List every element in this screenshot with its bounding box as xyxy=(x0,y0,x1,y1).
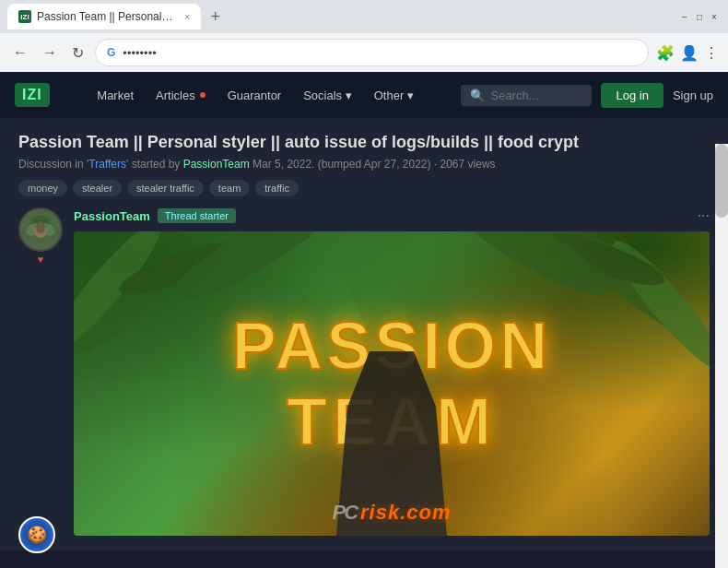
post-header: PassionTeam Thread starter ··· xyxy=(74,207,710,224)
site-wrapper: IZI Market Articles Guarantor Socials ▾ … xyxy=(0,72,728,568)
tag-stealer-traffic[interactable]: stealer traffic xyxy=(127,180,204,196)
extensions-icon[interactable]: 🧩 xyxy=(656,44,675,62)
maximize-button[interactable]: □ xyxy=(693,10,706,23)
avatar-image xyxy=(18,207,63,252)
back-button[interactable]: ← xyxy=(9,42,31,63)
tab-close-button[interactable]: × xyxy=(184,11,190,22)
address-bar[interactable]: G •••••••• xyxy=(95,39,649,66)
svg-point-5 xyxy=(36,222,45,233)
site-logo[interactable]: IZI xyxy=(15,83,50,107)
login-button[interactable]: Log in xyxy=(601,83,663,108)
traffers-link[interactable]: Traffers xyxy=(88,158,126,171)
minimize-button[interactable]: − xyxy=(678,10,691,23)
post-body: PassionTeam Thread starter ··· xyxy=(74,207,710,536)
post-title: Passion Team || Personal styler || auto … xyxy=(18,133,710,152)
browser-title-bar: IZI Passion Team || Personal styler ||..… xyxy=(0,0,728,33)
browser-tabs: IZI Passion Team || Personal styler ||..… xyxy=(7,4,226,30)
browser-tab-active[interactable]: IZI Passion Team || Personal styler ||..… xyxy=(7,4,201,30)
post-area: ♥ PassionTeam Thread starter ··· xyxy=(18,207,710,536)
watermark-logo: PC xyxy=(332,501,357,525)
menu-icon[interactable]: ⋮ xyxy=(704,44,719,62)
search-input[interactable] xyxy=(490,89,582,102)
nav-right: 🔍 Log in Sign up xyxy=(461,83,713,108)
tag-stealer[interactable]: stealer xyxy=(73,180,122,196)
scrollbar-thumb[interactable] xyxy=(715,144,728,218)
nav-guarantor[interactable]: Guarantor xyxy=(218,83,291,108)
articles-dot xyxy=(200,92,205,98)
site-nav: IZI Market Articles Guarantor Socials ▾ … xyxy=(0,72,728,118)
watermark: PC risk.com xyxy=(332,501,451,525)
post-username[interactable]: PassionTeam xyxy=(74,209,150,223)
nav-links: Market Articles Guarantor Socials ▾ Othe… xyxy=(88,83,423,108)
nav-market[interactable]: Market xyxy=(88,83,143,108)
tag-money[interactable]: money xyxy=(18,180,67,196)
search-bar[interactable]: 🔍 xyxy=(461,85,592,106)
nav-articles[interactable]: Articles xyxy=(147,83,215,108)
address-text: •••••••• xyxy=(123,46,637,60)
tab-title: Passion Team || Personal styler ||... xyxy=(37,10,175,23)
tags-list: money stealer stealer traffic team traff… xyxy=(18,180,710,196)
reload-button[interactable]: ↻ xyxy=(68,42,88,64)
svg-point-13 xyxy=(163,231,343,314)
nav-socials[interactable]: Socials ▾ xyxy=(294,83,361,108)
profile-icon[interactable]: 👤 xyxy=(680,44,699,62)
meta-mid: ' started by xyxy=(126,158,183,171)
tag-team[interactable]: team xyxy=(209,180,250,196)
floating-cookie-icon[interactable]: 🍪 xyxy=(18,516,55,553)
google-icon: G xyxy=(107,46,115,59)
watermark-text: risk.com xyxy=(360,501,452,525)
nav-other[interactable]: Other ▾ xyxy=(365,83,423,108)
scrollbar-track[interactable] xyxy=(715,144,728,568)
thread-starter-badge: Thread starter xyxy=(158,208,236,223)
avatar-heart: ♥ xyxy=(18,254,63,265)
post-image: PASSION TEAM PC risk.com xyxy=(74,231,710,536)
forward-button[interactable]: → xyxy=(39,42,61,63)
browser-toolbar: ← → ↻ G •••••••• 🧩 👤 ⋮ xyxy=(0,33,728,72)
meta-date: Mar 5, 2022. (bumped Apr 27, 2022) · 206… xyxy=(250,158,496,171)
tag-traffic[interactable]: traffic xyxy=(255,180,299,196)
search-icon: 🔍 xyxy=(470,89,485,102)
toolbar-icons: 🧩 👤 ⋮ xyxy=(656,44,719,62)
post-meta: Discussion in 'Traffers' started by Pass… xyxy=(18,158,710,171)
signup-button[interactable]: Sign up xyxy=(673,89,713,102)
passion-team-banner: PASSION TEAM PC risk.com xyxy=(74,231,710,536)
close-window-button[interactable]: × xyxy=(708,10,721,23)
new-tab-button[interactable]: + xyxy=(205,7,226,27)
tab-favicon: IZI xyxy=(18,10,31,23)
author-link[interactable]: PassionTeam xyxy=(183,158,250,171)
post-avatar: ♥ xyxy=(18,207,63,536)
page-content: Passion Team || Personal styler || auto … xyxy=(0,118,728,550)
meta-prefix: Discussion in ' xyxy=(18,158,88,171)
window-controls: − □ × xyxy=(678,10,721,23)
post-options-button[interactable]: ··· xyxy=(698,207,710,224)
